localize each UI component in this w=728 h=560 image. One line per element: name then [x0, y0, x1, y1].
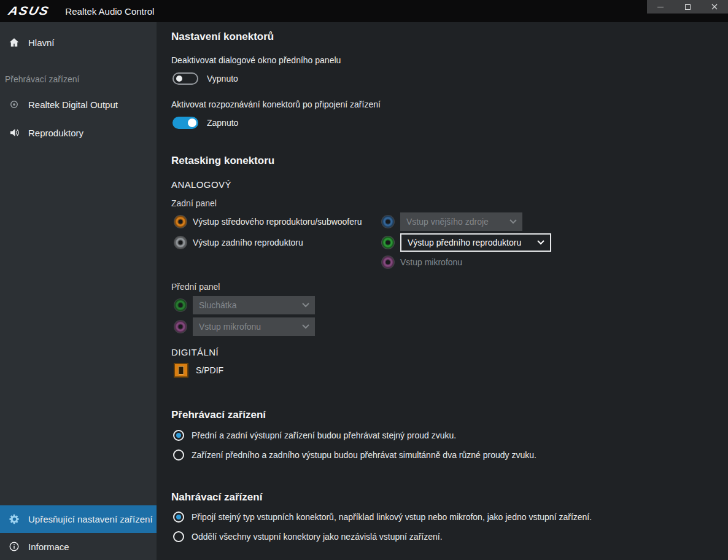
section-title-playback-devices: Přehrávací zařízení	[171, 409, 728, 421]
mic-in-cell: Vstup mikrofonu	[382, 256, 462, 268]
recording-option-separate-inputs[interactable]: Oddělí všechny vstupní konektory jako ne…	[173, 531, 728, 542]
jack-detect-toggle[interactable]	[172, 117, 198, 129]
close-icon	[711, 4, 718, 10]
digital-heading: DIGITÁLNÍ	[171, 347, 728, 357]
sidebar-item-home[interactable]: Hlavní	[0, 28, 157, 56]
sidebar-item-label: Upřesňující nastavení zařízení	[28, 514, 153, 524]
jack-row: Výstup středového reproduktoru/subwoofer…	[171, 212, 728, 231]
toggle-state-label: Zapnuto	[207, 118, 238, 128]
info-icon	[7, 541, 21, 552]
radio-unselected-icon	[173, 449, 184, 461]
minimize-button[interactable]	[647, 0, 674, 14]
sidebar-item-advanced-settings[interactable]: Upřesňující nastavení zařízení	[0, 505, 157, 533]
front-mic-retask-dropdown[interactable]: Vstup mikrofonu	[193, 317, 315, 336]
line-in-cell: Vstup vnějšího zdroje	[382, 212, 522, 231]
chevron-down-icon	[537, 240, 544, 245]
rear-speaker-jack-icon	[174, 236, 187, 249]
radio-selected-icon	[173, 511, 184, 523]
section-title-retasking: Retasking konektoru	[171, 155, 728, 167]
sidebar-item-label: Reproduktory	[28, 128, 83, 138]
spdif-port-icon	[174, 363, 188, 378]
speaker-icon	[7, 127, 21, 138]
jack-detect-toggle-row: Zapnuto	[172, 117, 728, 129]
center-subwoofer-jack-icon	[174, 216, 187, 228]
sidebar-item-info[interactable]: Informace	[0, 533, 157, 560]
toggle-knob	[176, 76, 182, 82]
toggle-state-label: Vypnuto	[207, 74, 238, 84]
radio-label: Oddělí všechny vstupní konektory jako ne…	[192, 532, 443, 542]
front-speaker-out-cell: Výstup předního reproduktoru	[382, 233, 551, 252]
jack-row: Vstup mikrofonu	[171, 317, 728, 336]
window-controls	[647, 0, 728, 14]
minimize-icon	[657, 7, 664, 7]
chevron-down-icon	[509, 219, 517, 224]
window-title: Realtek Audio Control	[65, 6, 154, 17]
playback-option-same-stream[interactable]: Přední a zadní výstupní zařízení budou p…	[173, 430, 728, 441]
front-panel-jack-grid: Sluchátka Vstup mikrofonu	[171, 296, 728, 336]
playback-option-two-streams[interactable]: Zařízení předního a zadního výstupu budo…	[173, 449, 728, 461]
front-mic-jack-icon	[174, 321, 187, 333]
sidebar-item-label: Informace	[28, 542, 69, 552]
radio-selected-icon	[173, 430, 184, 441]
rear-panel-jack-grid: Výstup středového reproduktoru/subwoofer…	[171, 212, 728, 271]
dropdown-value: Vstup vnějšího zdroje	[406, 217, 489, 227]
sidebar: Hlavní Přehrávací zařízení Realtek Digit…	[0, 22, 157, 560]
sidebar-bottom-group: Upřesňující nastavení zařízení Informace	[0, 505, 157, 560]
mic-in-jack-icon	[382, 256, 394, 268]
front-panel-label: Přední panel	[171, 282, 728, 292]
toggle-knob	[188, 119, 196, 127]
jack-row: Vstup mikrofonu	[171, 254, 728, 271]
dropdown-value: Výstup předního reproduktoru	[408, 238, 521, 247]
gear-icon	[7, 513, 21, 525]
section-title-connector-settings: Nastavení konektorů	[171, 31, 728, 43]
maximize-icon	[685, 4, 691, 10]
sidebar-item-label: Hlavní	[28, 37, 55, 48]
center-subwoofer-cell: Výstup středového reproduktoru/subwoofer…	[171, 216, 382, 228]
front-speaker-retask-dropdown[interactable]: Výstup předního reproduktoru	[400, 233, 551, 252]
digital-output-icon	[7, 99, 21, 110]
front-speaker-jack-icon	[382, 236, 394, 249]
sidebar-item-digital-output[interactable]: Realtek Digital Output	[0, 90, 157, 119]
titlebar: ASUS Realtek Audio Control	[0, 0, 728, 22]
headphone-retask-dropdown[interactable]: Sluchátka	[193, 296, 315, 314]
radio-unselected-icon	[173, 531, 184, 542]
line-in-retask-dropdown[interactable]: Vstup vnějšího zdroje	[400, 212, 522, 231]
section-title-recording-devices: Nahrávací zařízení	[171, 491, 728, 504]
asus-logo: ASUS	[7, 4, 51, 18]
spdif-label: S/PDIF	[196, 365, 223, 375]
close-button[interactable]	[701, 0, 728, 14]
sidebar-section-playback-devices: Přehrávací zařízení	[0, 74, 157, 87]
analog-heading: ANALOGOVÝ	[171, 179, 728, 190]
radio-dot	[176, 433, 181, 438]
dropdown-value: Vstup mikrofonu	[199, 322, 261, 332]
front-panel-dialog-toggle-row: Vypnuto	[172, 72, 728, 85]
home-icon	[7, 37, 21, 48]
main-content: Nastavení konektorů Deaktivovat dialogov…	[157, 22, 728, 560]
radio-label: Připojí stejný typ vstupních konektorů, …	[192, 512, 592, 522]
rear-panel-label: Zadní panel	[171, 198, 728, 208]
jack-row: Výstup zadního reproduktoru Výstup předn…	[171, 233, 728, 252]
chevron-down-icon	[302, 324, 309, 329]
radio-label: Přední a zadní výstupní zařízení budou p…	[192, 430, 456, 440]
radio-dot	[176, 515, 181, 519]
jack-label: Výstup středového reproduktoru/subwoofer…	[193, 217, 362, 227]
jack-row: Sluchátka	[171, 296, 728, 314]
spdif-row: S/PDIF	[171, 362, 728, 378]
sidebar-item-label: Realtek Digital Output	[28, 99, 118, 110]
chevron-down-icon	[302, 303, 309, 308]
dropdown-value: Sluchátka	[199, 300, 236, 310]
jack-label: Vstup mikrofonu	[400, 257, 462, 267]
maximize-button[interactable]	[674, 0, 701, 14]
recording-option-merged-inputs[interactable]: Připojí stejný typ vstupních konektorů, …	[173, 511, 728, 523]
line-in-jack-icon	[382, 216, 394, 228]
radio-label: Zařízení předního a zadního výstupu budo…	[192, 450, 536, 460]
front-panel-dialog-toggle-label: Deaktivovat dialogové okno předního pane…	[171, 55, 728, 65]
front-panel-dialog-toggle[interactable]	[172, 72, 198, 85]
jack-detect-toggle-label: Aktivovat rozpoznávání konektorů po přip…	[171, 99, 728, 109]
rear-speaker-cell: Výstup zadního reproduktoru	[171, 236, 382, 249]
sidebar-item-speakers[interactable]: Reproduktory	[0, 119, 157, 147]
headphone-jack-icon	[174, 299, 187, 311]
jack-label: Výstup zadního reproduktoru	[193, 238, 303, 247]
